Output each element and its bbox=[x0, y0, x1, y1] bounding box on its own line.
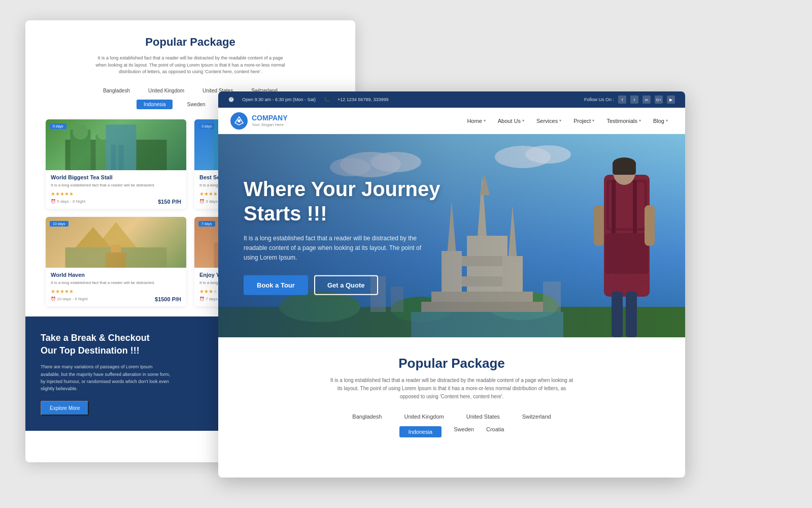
fw-follow-label: Follow Us On : bbox=[584, 97, 614, 102]
svg-rect-15 bbox=[106, 252, 126, 268]
fw-hero-text: It is a long established fact that a rea… bbox=[244, 234, 426, 263]
bw-tab-indonesia[interactable]: Indonesia bbox=[137, 100, 173, 109]
svg-rect-7 bbox=[119, 145, 124, 170]
bw-card-3-price: $1500 P/H bbox=[155, 296, 181, 302]
bw-card-1-text: It is a long established fact that a rea… bbox=[51, 182, 181, 188]
fw-pkg-tab-uk[interactable]: United Kingdom bbox=[399, 411, 449, 422]
fw-pkg-tabs-row1: Bangladesh United Kingdom United States … bbox=[233, 411, 670, 422]
fw-get-quote-button[interactable]: Get a Quote bbox=[314, 275, 378, 295]
fw-logo-text: COMPANY bbox=[252, 114, 288, 122]
fw-hero-title: Where Your Journey Starts !!! bbox=[244, 177, 467, 226]
fw-social-facebook[interactable]: f bbox=[618, 96, 626, 104]
bw-card-3-image: 10 days bbox=[46, 217, 186, 268]
svg-point-24 bbox=[238, 119, 241, 122]
fw-nav: Home ▾ About Us ▾ Services ▾ Project ▾ T… bbox=[462, 115, 673, 127]
bw-description: It is a long established fact that a rea… bbox=[94, 55, 287, 76]
fw-navbar: COMPANY Your Slogan Here Home ▾ About Us… bbox=[218, 108, 685, 134]
fw-logo: COMPANY Your Slogan Here bbox=[230, 112, 288, 130]
fw-nav-testimonials[interactable]: Testimonials ▾ bbox=[601, 115, 646, 127]
fw-hero-buttons: Book a Tour Get a Quote bbox=[244, 275, 467, 295]
bw-title: Popular Package bbox=[41, 36, 340, 49]
fw-social-googleplus[interactable]: G+ bbox=[655, 96, 663, 104]
fw-nav-blog[interactable]: Blog ▾ bbox=[648, 115, 673, 127]
fw-nav-project[interactable]: Project ▾ bbox=[568, 115, 599, 127]
bw-tab-sweden[interactable]: Sweden bbox=[183, 100, 209, 109]
bw-card-1-stars: ★★★★★ bbox=[51, 191, 181, 197]
svg-rect-6 bbox=[111, 145, 116, 170]
fw-popular-desc: It is a long established fact that a rea… bbox=[330, 376, 573, 401]
fw-phone: +12 1234 56789, 333999 bbox=[337, 97, 388, 102]
fw-clock-icon: 🕐 bbox=[228, 97, 234, 102]
bw-explore-button[interactable]: Explore More bbox=[41, 401, 89, 416]
fw-logo-subtitle: Your Slogan Here bbox=[252, 122, 288, 127]
fw-pkg-tab-switzerland[interactable]: Switzerland bbox=[517, 411, 556, 422]
fw-popular-section: Popular Package It is a long established… bbox=[218, 337, 685, 448]
bw-blue-title: Take a Break & Checkout Our Top Destinat… bbox=[41, 332, 152, 357]
fw-phone-icon: 📞 bbox=[324, 97, 329, 102]
bw-tab-bangladesh[interactable]: Bangladesh bbox=[99, 86, 134, 96]
fw-pkg-tab-croatia[interactable]: Croatia bbox=[486, 426, 504, 437]
bw-card-1[interactable]: 5 days World Biggest Tea Stall It is bbox=[46, 119, 186, 209]
bw-card-3-meta: ⏰ 10 days - 9 Night bbox=[51, 297, 88, 301]
bw-tab-uk[interactable]: United Kingdom bbox=[144, 86, 188, 96]
bw-card-3[interactable]: 10 days World Haven It is a long establi… bbox=[46, 217, 186, 306]
fw-social-twitter[interactable]: t bbox=[630, 96, 638, 104]
fw-open-hours: Open 9:30 am - 6:30 pm (Mon - Sat) bbox=[242, 97, 316, 102]
fw-hero: Where Your Journey Starts !!! It is a lo… bbox=[218, 134, 685, 337]
fw-pkg-tabs-row2: Indonesia Sweden Croatia bbox=[233, 426, 670, 437]
bw-card-1-meta: ⏰ 5 days - 6 Night bbox=[51, 199, 85, 204]
bw-card-1-image: 5 days bbox=[46, 119, 186, 170]
fw-nav-about[interactable]: About Us ▾ bbox=[493, 115, 529, 127]
fw-logo-icon bbox=[230, 112, 248, 130]
bw-card-3-stars: ★★★★★ bbox=[51, 289, 181, 294]
fw-pkg-tab-us[interactable]: United States bbox=[461, 411, 505, 422]
fw-topbar-left: 🕐 Open 9:30 am - 6:30 pm (Mon - Sat) 📞 +… bbox=[228, 97, 388, 102]
bw-card-1-price: $150 P/H bbox=[158, 199, 181, 205]
fw-social-linkedin[interactable]: in bbox=[642, 96, 651, 104]
fw-topbar-right: Follow Us On : f t in G+ ▶ bbox=[584, 96, 675, 104]
fw-hero-content: Where Your Journey Starts !!! It is a lo… bbox=[244, 177, 467, 295]
bw-blue-text: There are many variations of passages of… bbox=[41, 363, 173, 393]
fw-nav-services[interactable]: Services ▾ bbox=[531, 115, 566, 127]
bw-card-1-title: World Biggest Tea Stall bbox=[51, 174, 181, 180]
fw-pkg-tab-indonesia[interactable]: Indonesia bbox=[399, 426, 442, 437]
fw-social-youtube[interactable]: ▶ bbox=[667, 96, 675, 104]
fw-topbar: 🕐 Open 9:30 am - 6:30 pm (Mon - Sat) 📞 +… bbox=[218, 91, 685, 108]
svg-point-3 bbox=[73, 124, 88, 140]
fw-nav-home[interactable]: Home ▾ bbox=[462, 115, 490, 127]
bw-card-3-title: World Haven bbox=[51, 272, 181, 278]
fw-pkg-tab-bangladesh[interactable]: Bangladesh bbox=[347, 411, 387, 422]
bw-card-3-text: It is a long established fact that a rea… bbox=[51, 280, 181, 285]
fw-pkg-tab-sweden[interactable]: Sweden bbox=[454, 426, 474, 437]
front-window: 🕐 Open 9:30 am - 6:30 pm (Mon - Sat) 📞 +… bbox=[218, 91, 685, 478]
svg-rect-16 bbox=[111, 245, 121, 252]
fw-book-tour-button[interactable]: Book a Tour bbox=[244, 275, 308, 295]
fw-popular-title: Popular Package bbox=[233, 356, 670, 371]
